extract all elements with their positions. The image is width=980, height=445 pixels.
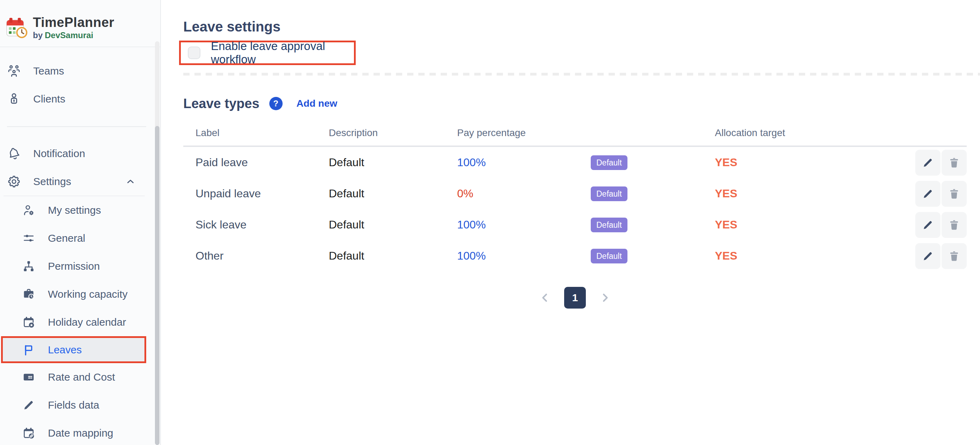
table-row-paid-leave: Paid leaveDefault100%DefaultYES — [183, 147, 967, 178]
trash-icon — [948, 156, 961, 169]
sidebar-item-label: Notification — [33, 148, 85, 159]
sidebar-divider — [7, 126, 146, 127]
pagination: 1 — [183, 287, 967, 309]
leave-type-description: Default — [329, 249, 457, 262]
sidebar-item-my-settings[interactable]: My settings — [0, 196, 160, 224]
section-title: Leave types — [183, 96, 259, 111]
leave-type-description: Default — [329, 187, 457, 200]
app-title: TimePlanner — [33, 15, 115, 30]
calendar-star-icon — [22, 315, 36, 329]
sidebar-item-label: Fields data — [48, 399, 99, 411]
money-card-icon: $ — [22, 370, 36, 384]
users-icon — [7, 64, 21, 78]
column-header-pay-percentage: Pay percentage — [457, 128, 591, 139]
sidebar-item-date-mapping[interactable]: Date mapping — [0, 419, 160, 445]
sidebar-item-rate-and-cost[interactable]: $Rate and Cost — [0, 363, 160, 391]
help-icon[interactable]: ? — [269, 97, 283, 110]
main-content: Leave settings Enable leave approval wor… — [161, 0, 980, 445]
pencil-icon — [22, 398, 36, 412]
sidebar-item-teams[interactable]: Teams — [0, 57, 160, 85]
current-page[interactable]: 1 — [564, 287, 586, 309]
sidebar-item-label: General — [48, 232, 85, 244]
pay-percentage-value: 100% — [457, 218, 591, 231]
svg-text:$: $ — [25, 375, 28, 380]
delete-button[interactable] — [942, 150, 967, 175]
delete-button[interactable] — [942, 181, 967, 207]
row-actions — [897, 150, 967, 175]
pay-percentage-value: 0% — [457, 187, 591, 200]
leave-type-label: Sick leave — [183, 218, 329, 231]
leave-types-table: LabelDescriptionPay percentageAllocation… — [183, 128, 967, 271]
approval-checkbox[interactable] — [188, 46, 200, 59]
edit-icon — [921, 250, 934, 262]
sidebar-item-label: Date mapping — [48, 427, 113, 439]
sidebar-item-leaves[interactable]: Leaves — [1, 336, 146, 363]
leave-types-header: Leave types ? Add new — [183, 95, 967, 112]
default-badge: Default — [591, 187, 627, 201]
sidebar-item-label: Rate and Cost — [48, 371, 115, 383]
allocation-target-value: YES — [715, 187, 897, 200]
table-row-other: OtherDefault100%DefaultYES — [183, 240, 967, 271]
column-header-label: Label — [183, 128, 329, 139]
calendar-clock-logo-icon — [5, 16, 28, 39]
edit-button[interactable] — [915, 212, 940, 238]
sidebar-item-clients[interactable]: Clients — [0, 85, 160, 113]
sidebar: TimePlanner byDevSamurai TeamsClientsNot… — [0, 0, 161, 445]
delete-button[interactable] — [942, 243, 967, 269]
table-row-sick-leave: Sick leaveDefault100%DefaultYES — [183, 209, 967, 240]
sidebar-item-notification[interactable]: Notification — [0, 140, 160, 167]
sidebar-item-permission[interactable]: Permission — [0, 252, 160, 280]
sidebar-item-label: Permission — [48, 260, 100, 272]
briefcase-clock-icon — [22, 287, 36, 301]
edit-icon — [921, 156, 934, 169]
sidebar-nav: TeamsClientsNotificationSettingsMy setti… — [0, 47, 160, 445]
pay-percentage-value: 100% — [457, 156, 591, 169]
app-byline: byDevSamurai — [33, 30, 115, 41]
section-divider — [183, 73, 980, 76]
column-header-description: Description — [329, 128, 457, 139]
sidebar-item-settings[interactable]: Settings — [0, 167, 160, 196]
sidebar-item-label: Holiday calendar — [48, 316, 126, 328]
sliders-icon — [22, 231, 36, 245]
user-lock-icon — [7, 92, 21, 106]
next-page-button[interactable] — [598, 291, 612, 305]
scrollbar-thumb[interactable] — [155, 126, 159, 445]
sidebar-item-general[interactable]: General — [0, 224, 160, 252]
chevron-up-icon[interactable] — [125, 176, 136, 187]
bell-icon — [7, 147, 21, 161]
edit-button[interactable] — [915, 181, 940, 207]
trash-icon — [948, 250, 961, 262]
leave-type-description: Default — [329, 156, 457, 169]
default-badge: Default — [591, 218, 627, 232]
edit-icon — [921, 188, 934, 200]
sidebar-item-working-capacity[interactable]: Working capacity — [0, 280, 160, 308]
leave-type-description: Default — [329, 218, 457, 231]
table-row-unpaid-leave: Unpaid leaveDefault0%DefaultYES — [183, 178, 967, 209]
calendar-link-icon — [22, 426, 36, 440]
sidebar-item-label: Working capacity — [48, 288, 128, 300]
sidebar-scrollbar[interactable] — [155, 41, 159, 445]
sidebar-item-label: Settings — [33, 175, 71, 188]
sidebar-item-holiday-calendar[interactable]: Holiday calendar — [0, 308, 160, 336]
row-actions — [897, 243, 967, 269]
add-new-button[interactable]: Add new — [297, 98, 337, 109]
app-root: TimePlanner byDevSamurai TeamsClientsNot… — [0, 0, 980, 445]
delete-button[interactable] — [942, 212, 967, 238]
edit-button[interactable] — [915, 150, 940, 175]
sitemap-icon — [22, 259, 36, 273]
allocation-target-value: YES — [715, 156, 897, 169]
table-header-row: LabelDescriptionPay percentageAllocation… — [183, 128, 967, 147]
user-gear-icon — [22, 203, 36, 217]
page-title: Leave settings — [183, 18, 967, 35]
approval-highlight-box: Enable leave approval workflow — [179, 41, 356, 65]
prev-page-button[interactable] — [538, 291, 552, 305]
pay-percentage-value: 100% — [457, 249, 591, 262]
approval-checkbox-row[interactable]: Enable leave approval workflow — [188, 40, 354, 66]
edit-icon — [921, 219, 934, 231]
app-logo: TimePlanner byDevSamurai — [0, 0, 160, 47]
edit-button[interactable] — [915, 243, 940, 269]
sidebar-item-label: My settings — [48, 204, 101, 216]
sidebar-item-fields-data[interactable]: Fields data — [0, 391, 160, 419]
trash-icon — [948, 188, 961, 200]
approval-checkbox-label: Enable leave approval workflow — [211, 40, 354, 66]
